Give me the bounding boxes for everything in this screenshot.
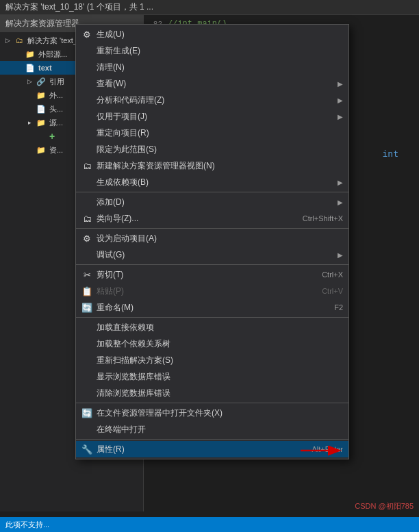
dependencies-arrow-icon: ▶ bbox=[338, 179, 343, 186]
menu-item-clean[interactable]: 清理(N) bbox=[76, 59, 348, 75]
scope-icon bbox=[80, 142, 94, 156]
paste-shortcut: Ctrl+V bbox=[322, 287, 343, 295]
tree-arrow-src: ▸ bbox=[25, 118, 34, 127]
separator-5 bbox=[76, 403, 348, 403]
resources-icon: 📁 bbox=[36, 144, 47, 155]
menu-label-newview: 新建解决方案资源管理器视图(N) bbox=[97, 160, 343, 172]
menu-item-openinterminal[interactable]: 在终端中打开 bbox=[76, 421, 348, 438]
showdberror-icon bbox=[80, 370, 94, 383]
menu-item-add[interactable]: 添加(D) ▶ bbox=[76, 194, 348, 210]
menu-label-add: 添加(D) bbox=[97, 197, 332, 208]
separator-6 bbox=[76, 439, 348, 440]
menu-item-loaddirect[interactable]: 加载直接依赖项 bbox=[76, 319, 348, 335]
menu-item-analyze[interactable]: 分析和代码清理(Z) ▶ bbox=[76, 92, 348, 108]
menu-item-showdberror[interactable]: 显示浏览数据库错误 bbox=[76, 368, 348, 385]
clean-icon bbox=[80, 60, 94, 74]
newview-icon: 🗂 bbox=[80, 159, 94, 173]
add-icon: + bbox=[47, 131, 58, 142]
solution-header-label: 解决方案资源管理器 bbox=[5, 18, 79, 29]
properties-icon: 🔧 bbox=[80, 442, 94, 456]
paste-icon: 📋 bbox=[80, 284, 94, 298]
tree-arrow-add bbox=[36, 131, 45, 141]
menu-label-scope: 限定为此范围(S) bbox=[97, 144, 343, 155]
analyze-icon bbox=[80, 93, 94, 107]
context-menu: ⚙ 生成(U) 重新生成(E) 清理(N) 查看(W) ▶ 分析和代码清理(Z)… bbox=[75, 24, 349, 459]
menu-item-setstartup[interactable]: ⚙ 设为启动项目(A) bbox=[76, 230, 348, 246]
top-bar: 解决方案 'text_10_18' (1 个项目，共 1 ... bbox=[0, 0, 419, 15]
tree-label-references: 引用 bbox=[49, 77, 64, 87]
menu-item-rebuild[interactable]: 重新生成(E) bbox=[76, 42, 348, 59]
watermark: CSDN @初阳785 bbox=[355, 501, 414, 511]
menu-label-projectonly: 仅用于项目(J) bbox=[97, 111, 332, 123]
view-icon bbox=[80, 77, 94, 90]
debug-arrow-icon: ▶ bbox=[338, 251, 343, 259]
tree-label-text: text bbox=[38, 64, 52, 72]
menu-label-classwizard: 类向导(Z)... bbox=[97, 213, 289, 225]
menu-item-dependencies[interactable]: 生成依赖项(B) ▶ bbox=[76, 174, 348, 190]
menu-label-debug: 调试(G) bbox=[97, 249, 332, 261]
headers-icon: 📄 bbox=[36, 103, 47, 114]
projectonly-arrow-icon: ▶ bbox=[338, 113, 343, 121]
properties-shortcut: Alt+Enter bbox=[312, 445, 343, 453]
loaddirect-icon bbox=[80, 320, 94, 334]
tree-arrow: ▷ bbox=[3, 36, 12, 45]
tree-label-external: 外... bbox=[49, 90, 63, 101]
menu-label-cut: 剪切(T) bbox=[97, 269, 308, 281]
tree-arrow-text bbox=[14, 63, 23, 73]
menu-label-rescan: 重新扫描解决方案(S) bbox=[97, 355, 343, 366]
tree-label-resources: 资... bbox=[49, 145, 63, 155]
tree-label-headers: 头... bbox=[49, 104, 63, 114]
menu-item-rename[interactable]: 🔄 重命名(M) F2 bbox=[76, 299, 348, 316]
rebuild-icon bbox=[80, 44, 94, 58]
cut-shortcut: Ctrl+X bbox=[322, 270, 343, 279]
external-sources-icon: 📁 bbox=[25, 49, 36, 60]
menu-item-properties[interactable]: 🔧 属性(R) Alt+Enter bbox=[76, 441, 348, 457]
menu-item-debug[interactable]: 调试(G) ▶ bbox=[76, 246, 348, 263]
references-icon: 🔗 bbox=[36, 76, 47, 87]
rename-icon: 🔄 bbox=[80, 301, 94, 314]
menu-item-openinfolder[interactable]: 🔄 在文件资源管理器中打开文件夹(X) bbox=[76, 405, 348, 421]
menu-label-cleardberror: 清除浏览数据库错误 bbox=[97, 388, 343, 399]
rescan-icon bbox=[80, 353, 94, 367]
menu-label-properties: 属性(R) bbox=[97, 444, 298, 455]
build-icon: ⚙ bbox=[80, 27, 94, 41]
menu-item-view[interactable]: 查看(W) ▶ bbox=[76, 75, 348, 92]
menu-label-rename: 重命名(M) bbox=[97, 302, 320, 314]
view-arrow-icon: ▶ bbox=[338, 80, 343, 88]
loadall-icon bbox=[80, 337, 94, 351]
separator-1 bbox=[76, 192, 348, 192]
projectonly-icon bbox=[80, 110, 94, 123]
menu-item-cut[interactable]: ✂ 剪切(T) Ctrl+X bbox=[76, 266, 348, 283]
tree-label-external-sources: 外部源... bbox=[38, 49, 67, 60]
menu-item-loadall[interactable]: 加载整个依赖关系树 bbox=[76, 335, 348, 352]
text-project-icon: 📄 bbox=[25, 62, 36, 73]
retarget-icon bbox=[80, 126, 94, 140]
menu-label-paste: 粘贴(P) bbox=[97, 286, 308, 297]
menu-item-paste[interactable]: 📋 粘贴(P) Ctrl+V bbox=[76, 283, 348, 299]
menu-label-showdberror: 显示浏览数据库错误 bbox=[97, 371, 343, 383]
cleardberror-icon bbox=[80, 386, 94, 400]
tree-arrow-es bbox=[14, 49, 23, 59]
status-left: 此项不支持... bbox=[5, 520, 414, 530]
tree-label-sources: 源... bbox=[49, 118, 63, 128]
rename-shortcut: F2 bbox=[334, 303, 343, 312]
menu-item-classwizard[interactable]: 🗂 类向导(Z)... Ctrl+Shift+X bbox=[76, 210, 348, 227]
menu-item-rescan[interactable]: 重新扫描解决方案(S) bbox=[76, 352, 348, 368]
openinterminal-icon bbox=[80, 422, 94, 436]
menu-item-projectonly[interactable]: 仅用于项目(J) ▶ bbox=[76, 108, 348, 125]
analyze-arrow-icon: ▶ bbox=[338, 97, 343, 104]
menu-label-openinfolder: 在文件资源管理器中打开文件夹(X) bbox=[97, 407, 343, 419]
menu-item-scope[interactable]: 限定为此范围(S) bbox=[76, 141, 348, 157]
menu-item-build[interactable]: ⚙ 生成(U) bbox=[76, 26, 348, 42]
menu-item-retarget[interactable]: 重定向项目(R) bbox=[76, 125, 348, 141]
menu-item-cleardberror[interactable]: 清除浏览数据库错误 bbox=[76, 385, 348, 401]
menu-item-newview[interactable]: 🗂 新建解决方案资源管理器视图(N) bbox=[76, 157, 348, 174]
menu-label-loadall: 加载整个依赖关系树 bbox=[97, 338, 343, 350]
tree-arrow-hdr bbox=[25, 104, 34, 114]
separator-2 bbox=[76, 228, 348, 229]
classwizard-icon: 🗂 bbox=[80, 212, 94, 225]
menu-label-view: 查看(W) bbox=[97, 78, 332, 90]
setstartup-icon: ⚙ bbox=[80, 231, 94, 245]
menu-label-rebuild: 重新生成(E) bbox=[97, 45, 343, 57]
menu-label-loaddirect: 加载直接依赖项 bbox=[97, 322, 343, 333]
